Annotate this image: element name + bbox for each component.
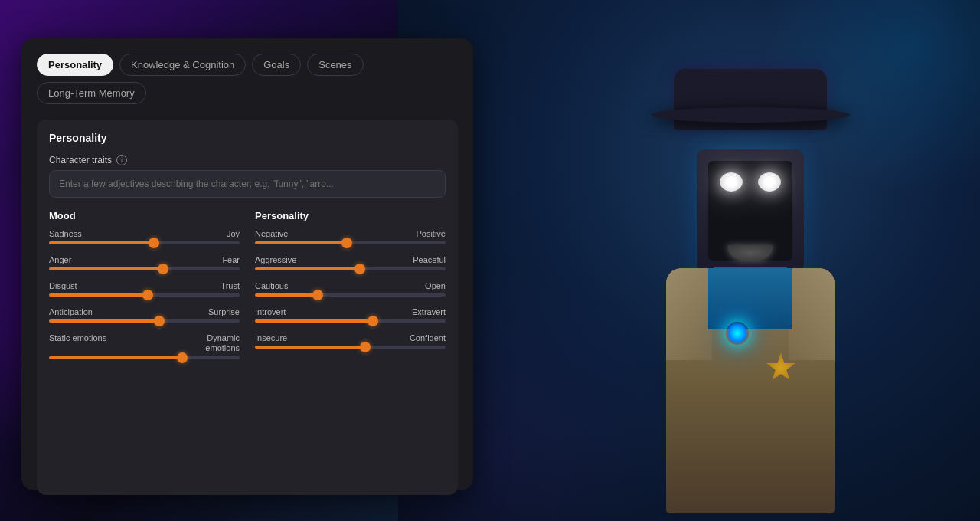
label-extravert: Extravert	[412, 307, 446, 316]
tab-goals[interactable]: Goals	[252, 54, 301, 76]
label-introvert: Introvert	[255, 307, 286, 316]
char-traits-text: Character traits	[49, 155, 112, 165]
slider-negative-positive: Negative Positive	[255, 229, 446, 244]
personality-column: Personality Negative Positive Aggres	[255, 210, 446, 370]
tabs-row: Personality Knowledge & Cognition Goals …	[37, 54, 458, 104]
slider-disgust-trust: Disgust Trust	[49, 281, 240, 297]
label-insecure: Insecure	[255, 333, 287, 342]
mood-column: Mood Sadness Joy Anger F	[49, 210, 240, 370]
char-traits-input[interactable]	[49, 170, 446, 198]
label-trust: Trust	[220, 281, 240, 290]
robot-eye-right	[758, 172, 781, 192]
robot-scene	[398, 0, 980, 521]
personality-title: Personality	[255, 210, 446, 221]
chest-glow	[726, 322, 749, 345]
robot-figure	[597, 61, 903, 521]
slider-sadness-joy: Sadness Joy	[49, 229, 240, 244]
robot-body	[666, 268, 835, 513]
label-anger: Anger	[49, 255, 71, 264]
sliders-container: Mood Sadness Joy Anger F	[49, 210, 446, 370]
label-anticipation: Anticipation	[49, 307, 93, 316]
robot-eye-left	[720, 172, 743, 192]
tab-scenes[interactable]: Scenes	[307, 54, 363, 76]
info-icon[interactable]: i	[116, 155, 127, 165]
tab-personality[interactable]: Personality	[37, 54, 113, 76]
label-aggressive: Aggressive	[255, 255, 296, 264]
label-fear: Fear	[222, 255, 240, 264]
label-negative: Negative	[255, 229, 288, 238]
slider-anger-fear: Anger Fear	[49, 255, 240, 270]
slider-anticipation-surprise: Anticipation Surprise	[49, 307, 240, 323]
label-disgust: Disgust	[49, 281, 77, 290]
label-confident: Confident	[410, 333, 446, 342]
label-positive: Positive	[416, 229, 446, 238]
label-static: Static emotions	[49, 333, 106, 353]
slider-cautious-open: Cautious Open	[255, 281, 446, 297]
label-joy: Joy	[227, 229, 240, 238]
label-sadness: Sadness	[49, 229, 82, 238]
robot-background	[398, 0, 980, 521]
label-dynamic: Dynamic emotions	[178, 333, 240, 353]
mood-title: Mood	[49, 210, 240, 221]
panel-title: Personality	[49, 132, 446, 144]
label-surprise: Surprise	[208, 307, 240, 316]
inner-panel: Personality Character traits i Mood Sadn…	[37, 120, 458, 495]
char-traits-label: Character traits i	[49, 155, 446, 165]
label-cautious: Cautious	[255, 281, 288, 290]
robot-hat-brim	[651, 107, 850, 123]
slider-aggressive-peaceful: Aggressive Peaceful	[255, 255, 446, 270]
slider-introvert-extravert: Introvert Extravert	[255, 307, 446, 323]
slider-insecure-confident: Insecure Confident	[255, 333, 446, 349]
main-panel: Personality Knowledge & Cognition Goals …	[21, 38, 473, 490]
tab-knowledge[interactable]: Knowledge & Cognition	[119, 54, 246, 76]
label-open: Open	[425, 281, 446, 290]
tab-long-term-memory[interactable]: Long-Term Memory	[37, 82, 146, 104]
slider-static-dynamic: Static emotions Dynamic emotions	[49, 333, 240, 359]
character-traits-section: Character traits i	[49, 155, 446, 198]
robot-eyes	[712, 172, 789, 192]
label-peaceful: Peaceful	[413, 255, 446, 264]
